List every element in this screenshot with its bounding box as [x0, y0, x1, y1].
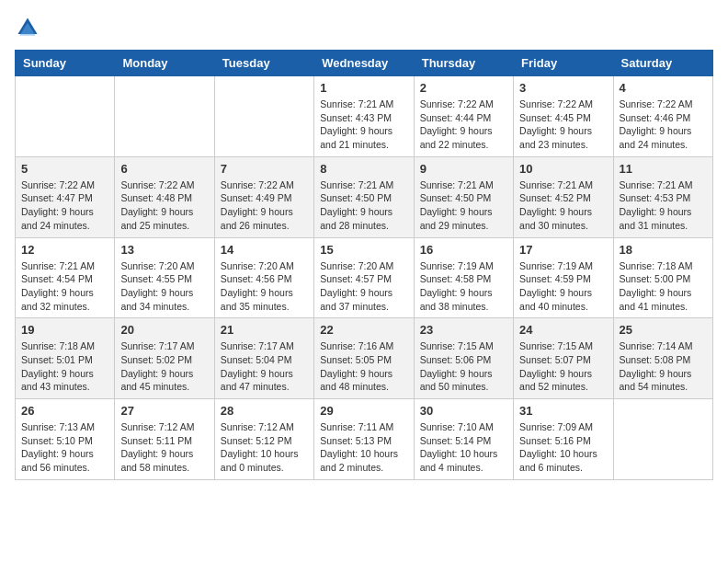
day-header-wednesday: Wednesday	[314, 51, 414, 76]
day-info: Sunrise: 7:20 AM Sunset: 4:57 PM Dayligh…	[320, 259, 407, 314]
day-info: Sunrise: 7:10 AM Sunset: 5:14 PM Dayligh…	[420, 420, 507, 475]
day-header-tuesday: Tuesday	[214, 51, 313, 76]
calendar-week-row: 26Sunrise: 7:13 AM Sunset: 5:10 PM Dayli…	[16, 399, 713, 480]
calendar-cell: 29Sunrise: 7:11 AM Sunset: 5:13 PM Dayli…	[314, 399, 414, 480]
day-number: 24	[519, 323, 607, 337]
logo-icon	[15, 15, 40, 40]
day-number: 31	[519, 404, 607, 418]
calendar-cell	[16, 76, 115, 157]
calendar-cell: 6Sunrise: 7:22 AM Sunset: 4:48 PM Daylig…	[115, 156, 214, 237]
calendar-cell: 2Sunrise: 7:22 AM Sunset: 4:44 PM Daylig…	[414, 76, 513, 157]
day-info: Sunrise: 7:17 AM Sunset: 5:02 PM Dayligh…	[120, 339, 208, 394]
day-info: Sunrise: 7:16 AM Sunset: 5:05 PM Dayligh…	[320, 339, 407, 394]
day-info: Sunrise: 7:22 AM Sunset: 4:47 PM Dayligh…	[21, 178, 108, 233]
calendar-cell: 31Sunrise: 7:09 AM Sunset: 5:16 PM Dayli…	[514, 399, 613, 480]
calendar-cell: 22Sunrise: 7:16 AM Sunset: 5:05 PM Dayli…	[314, 318, 414, 399]
day-info: Sunrise: 7:20 AM Sunset: 4:56 PM Dayligh…	[221, 259, 308, 314]
day-info: Sunrise: 7:19 AM Sunset: 4:58 PM Dayligh…	[420, 259, 507, 314]
page-header	[15, 15, 713, 40]
day-number: 6	[120, 162, 208, 176]
calendar-cell: 27Sunrise: 7:12 AM Sunset: 5:11 PM Dayli…	[115, 399, 214, 480]
calendar-cell: 17Sunrise: 7:19 AM Sunset: 4:59 PM Dayli…	[514, 237, 613, 318]
calendar-cell: 9Sunrise: 7:21 AM Sunset: 4:50 PM Daylig…	[414, 156, 513, 237]
calendar-cell: 25Sunrise: 7:14 AM Sunset: 5:08 PM Dayli…	[613, 318, 712, 399]
calendar-cell: 21Sunrise: 7:17 AM Sunset: 5:04 PM Dayli…	[214, 318, 313, 399]
day-info: Sunrise: 7:12 AM Sunset: 5:11 PM Dayligh…	[120, 420, 208, 475]
day-info: Sunrise: 7:19 AM Sunset: 4:59 PM Dayligh…	[519, 259, 607, 314]
day-number: 14	[221, 243, 308, 257]
day-info: Sunrise: 7:22 AM Sunset: 4:49 PM Dayligh…	[221, 178, 308, 233]
calendar-cell	[115, 76, 214, 157]
calendar-cell: 10Sunrise: 7:21 AM Sunset: 4:52 PM Dayli…	[514, 156, 613, 237]
day-number: 12	[21, 243, 108, 257]
day-header-monday: Monday	[115, 51, 214, 76]
day-number: 13	[120, 243, 208, 257]
day-info: Sunrise: 7:09 AM Sunset: 5:16 PM Dayligh…	[519, 420, 607, 475]
calendar-cell: 7Sunrise: 7:22 AM Sunset: 4:49 PM Daylig…	[214, 156, 313, 237]
calendar-week-row: 12Sunrise: 7:21 AM Sunset: 4:54 PM Dayli…	[16, 237, 713, 318]
day-info: Sunrise: 7:17 AM Sunset: 5:04 PM Dayligh…	[221, 339, 308, 394]
day-header-friday: Friday	[514, 51, 613, 76]
day-info: Sunrise: 7:21 AM Sunset: 4:50 PM Dayligh…	[320, 178, 407, 233]
day-number: 25	[620, 323, 707, 337]
calendar-cell: 8Sunrise: 7:21 AM Sunset: 4:50 PM Daylig…	[314, 156, 414, 237]
day-number: 17	[519, 243, 607, 257]
day-number: 16	[420, 243, 507, 257]
day-number: 1	[320, 81, 407, 95]
day-number: 2	[420, 81, 507, 95]
day-info: Sunrise: 7:18 AM Sunset: 5:00 PM Dayligh…	[620, 259, 707, 314]
calendar-week-row: 5Sunrise: 7:22 AM Sunset: 4:47 PM Daylig…	[16, 156, 713, 237]
day-info: Sunrise: 7:22 AM Sunset: 4:45 PM Dayligh…	[519, 98, 607, 152]
calendar-cell: 1Sunrise: 7:21 AM Sunset: 4:43 PM Daylig…	[314, 76, 414, 157]
day-number: 23	[420, 323, 507, 337]
day-header-sunday: Sunday	[16, 51, 115, 76]
day-number: 22	[320, 323, 407, 337]
day-info: Sunrise: 7:12 AM Sunset: 5:12 PM Dayligh…	[221, 420, 308, 475]
day-info: Sunrise: 7:21 AM Sunset: 4:54 PM Dayligh…	[21, 259, 108, 314]
calendar-cell: 18Sunrise: 7:18 AM Sunset: 5:00 PM Dayli…	[613, 237, 712, 318]
calendar-week-row: 19Sunrise: 7:18 AM Sunset: 5:01 PM Dayli…	[16, 318, 713, 399]
calendar-week-row: 1Sunrise: 7:21 AM Sunset: 4:43 PM Daylig…	[16, 76, 713, 157]
day-number: 7	[221, 162, 308, 176]
calendar-cell: 4Sunrise: 7:22 AM Sunset: 4:46 PM Daylig…	[613, 76, 712, 157]
day-number: 18	[620, 243, 707, 257]
calendar-cell: 19Sunrise: 7:18 AM Sunset: 5:01 PM Dayli…	[16, 318, 115, 399]
day-info: Sunrise: 7:11 AM Sunset: 5:13 PM Dayligh…	[320, 420, 407, 475]
day-number: 28	[221, 404, 308, 418]
calendar-cell: 15Sunrise: 7:20 AM Sunset: 4:57 PM Dayli…	[314, 237, 414, 318]
day-number: 5	[21, 162, 108, 176]
day-info: Sunrise: 7:14 AM Sunset: 5:08 PM Dayligh…	[620, 339, 707, 394]
calendar-header-row: SundayMondayTuesdayWednesdayThursdayFrid…	[16, 51, 713, 76]
calendar-cell: 16Sunrise: 7:19 AM Sunset: 4:58 PM Dayli…	[414, 237, 513, 318]
logo	[15, 15, 44, 40]
day-info: Sunrise: 7:13 AM Sunset: 5:10 PM Dayligh…	[21, 420, 108, 475]
day-info: Sunrise: 7:15 AM Sunset: 5:06 PM Dayligh…	[420, 339, 507, 394]
day-number: 26	[21, 404, 108, 418]
calendar-cell: 30Sunrise: 7:10 AM Sunset: 5:14 PM Dayli…	[414, 399, 513, 480]
day-info: Sunrise: 7:18 AM Sunset: 5:01 PM Dayligh…	[21, 339, 108, 394]
day-info: Sunrise: 7:22 AM Sunset: 4:44 PM Dayligh…	[420, 98, 507, 152]
day-number: 8	[320, 162, 407, 176]
day-number: 3	[519, 81, 607, 95]
day-header-saturday: Saturday	[613, 51, 712, 76]
day-number: 10	[519, 162, 607, 176]
calendar-cell: 12Sunrise: 7:21 AM Sunset: 4:54 PM Dayli…	[16, 237, 115, 318]
calendar-cell: 3Sunrise: 7:22 AM Sunset: 4:45 PM Daylig…	[514, 76, 613, 157]
day-number: 11	[620, 162, 707, 176]
calendar-cell: 23Sunrise: 7:15 AM Sunset: 5:06 PM Dayli…	[414, 318, 513, 399]
day-info: Sunrise: 7:21 AM Sunset: 4:50 PM Dayligh…	[420, 178, 507, 233]
day-info: Sunrise: 7:22 AM Sunset: 4:46 PM Dayligh…	[620, 98, 707, 152]
calendar-cell: 26Sunrise: 7:13 AM Sunset: 5:10 PM Dayli…	[16, 399, 115, 480]
day-info: Sunrise: 7:22 AM Sunset: 4:48 PM Dayligh…	[120, 178, 208, 233]
calendar-cell: 5Sunrise: 7:22 AM Sunset: 4:47 PM Daylig…	[16, 156, 115, 237]
calendar-table: SundayMondayTuesdayWednesdayThursdayFrid…	[15, 50, 713, 480]
day-info: Sunrise: 7:21 AM Sunset: 4:52 PM Dayligh…	[519, 178, 607, 233]
calendar-cell	[214, 76, 313, 157]
day-number: 4	[620, 81, 707, 95]
day-number: 19	[21, 323, 108, 337]
calendar-cell: 20Sunrise: 7:17 AM Sunset: 5:02 PM Dayli…	[115, 318, 214, 399]
day-number: 29	[320, 404, 407, 418]
day-number: 30	[420, 404, 507, 418]
calendar-cell: 28Sunrise: 7:12 AM Sunset: 5:12 PM Dayli…	[214, 399, 313, 480]
day-number: 15	[320, 243, 407, 257]
